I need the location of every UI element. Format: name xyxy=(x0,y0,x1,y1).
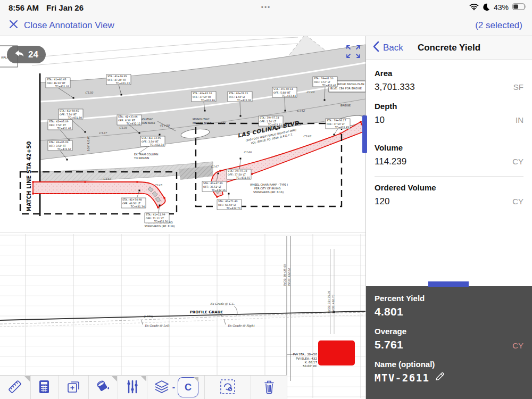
field-depth[interactable]: Depth 10 IN xyxy=(375,95,523,128)
svg-text:OFF.: 66.50' LT: OFF.: 66.50' LT xyxy=(218,204,236,206)
annotation-nav-bar: Close Annotation View (2 selected) xyxy=(0,15,532,36)
field-label: Area xyxy=(375,69,523,78)
svg-text:OFF.: 46.50' RT: OFF.: 46.50' RT xyxy=(47,82,65,85)
ramp-label-2: PER CITY OF IRVING xyxy=(254,187,281,190)
ex-grade-cl-label: Ex Grade @ C.L. xyxy=(210,302,235,305)
svg-text:STA.: 41+33.06: STA.: 41+33.06 xyxy=(118,115,137,118)
field-unit: CY xyxy=(512,197,523,206)
lasso-icon xyxy=(219,378,236,397)
svg-text:STA.: 42+05.09: STA.: 42+05.09 xyxy=(49,141,68,144)
median-label-2: MONOLITHIC xyxy=(193,118,210,121)
percent-yield-value: 4.801 xyxy=(375,305,523,318)
grabber-dots-icon[interactable]: ••• xyxy=(0,4,532,11)
svg-text:STA.: 40+32.21: STA.: 40+32.21 xyxy=(229,92,248,95)
svg-text:TC=432.85: TC=432.85 xyxy=(335,126,349,129)
battery-icon xyxy=(512,3,527,12)
svg-text:OFF.: 71.11' LT: OFF.: 71.11' LT xyxy=(146,217,164,220)
field-volume[interactable]: Volume 114.239 CY xyxy=(375,137,523,170)
svg-text:STA.: 39+41.20: STA.: 39+41.20 xyxy=(314,77,333,80)
pvi-line-2: PVI ELEV.: 432 xyxy=(296,357,317,360)
median-label-2b: MEDIAN NOSE xyxy=(193,121,212,124)
field-list: Area 3,701.333 SF Depth 10 IN Volume 114… xyxy=(366,60,532,210)
svg-text:OFF.: 36.51' LT: OFF.: 36.51' LT xyxy=(203,186,221,188)
back-label: Back xyxy=(383,43,403,53)
profile-grade-label: PROFILE GRADE xyxy=(190,310,223,314)
field-value: 10 xyxy=(375,115,385,126)
selection-count: (2 selected) xyxy=(475,20,532,31)
row-label: 100' R.O.W. xyxy=(87,136,90,151)
bvc-elev-label: BVCE: 432.62 xyxy=(287,268,290,286)
fullscreen-expand-button[interactable] xyxy=(343,44,363,62)
calculator-icon xyxy=(37,379,52,396)
svg-text:OFF.: 7.50' RT: OFF.: 7.50' RT xyxy=(49,124,66,127)
delete-button[interactable] xyxy=(251,376,287,399)
svg-text:TC=432.34: TC=432.34 xyxy=(149,144,164,146)
summary-drag-handle[interactable] xyxy=(428,281,469,287)
drawing-canvas[interactable]: MATCH LINE STA 42+50 WALK xyxy=(0,36,365,399)
svg-text:OFF.: 7.50' RT: OFF.: 7.50' RT xyxy=(60,113,77,116)
edit-pencil-icon[interactable] xyxy=(435,371,445,384)
svg-text:STA.: 39+97.33: STA.: 39+97.33 xyxy=(228,170,247,172)
paint-bucket-icon xyxy=(95,379,111,396)
field-ordered-volume[interactable]: Ordered Volume 120 CY xyxy=(375,176,523,210)
panel-scroll-indicator[interactable] xyxy=(362,115,367,153)
layers-button[interactable]: - C xyxy=(147,376,204,399)
svg-text:STA.: 41+34.98: STA.: 41+34.98 xyxy=(122,198,142,201)
close-icon xyxy=(9,19,19,32)
svg-text:OFF.: 9.57' LT: OFF.: 9.57' LT xyxy=(314,81,330,84)
lasso-select-button[interactable] xyxy=(205,376,251,399)
field-unit: SF xyxy=(513,82,523,92)
svg-text:OFF.: 1.50' LT: OFF.: 1.50' LT xyxy=(229,96,245,98)
battery-percent: 43% xyxy=(494,3,509,12)
svg-text:TC=432.55: TC=432.55 xyxy=(236,177,250,179)
svg-text:STA.: 41+36.95: STA.: 41+36.95 xyxy=(107,75,127,78)
svg-text:OFF.: 8.36' RT: OFF.: 8.36' RT xyxy=(118,119,135,122)
sheet-viewport: MATCH LINE STA 42+50 WALK xyxy=(0,36,365,399)
ex-grade-right-label: Ex Grade @ Right xyxy=(228,324,255,328)
svg-text:TC=431.33: TC=431.33 xyxy=(115,82,130,85)
profile-view: -0.77% PROFILE GRADE Ex Grade @ C.L. Ex … xyxy=(0,232,365,398)
svg-text:STA.: 41+11.99: STA.: 41+11.99 xyxy=(146,213,165,216)
name-value: MTV-2611 xyxy=(375,372,430,384)
pvi-line-4: 50.00' VC xyxy=(303,364,317,368)
svg-text:OFF.: 46.50' LT: OFF.: 46.50' LT xyxy=(122,202,140,205)
screen: 8:56 AM Fri Jan 26 ••• 43% xyxy=(0,0,532,399)
svg-text:OFF.: 3.50' RT: OFF.: 3.50' RT xyxy=(49,145,66,147)
name-label: Name (optional) xyxy=(375,360,523,369)
curve-label: C148 xyxy=(303,135,311,138)
percent-yield-label: Percent Yield xyxy=(375,294,523,303)
add-sheet-button[interactable] xyxy=(59,376,88,399)
svg-text:STA.: 42+05.09: STA.: 42+05.09 xyxy=(49,120,68,123)
svg-text:TC=432.50: TC=432.50 xyxy=(154,220,168,223)
field-value: 114.239 xyxy=(375,156,406,167)
profile-grade-line xyxy=(0,311,365,320)
svg-text:OFF.: 47.24' RT: OFF.: 47.24' RT xyxy=(107,79,126,81)
svg-text:OFF.: 37.50' LT: OFF.: 37.50' LT xyxy=(228,173,246,176)
field-unit: CY xyxy=(512,157,523,166)
svg-text:TC=433.44: TC=433.44 xyxy=(281,95,296,97)
panel-header: Concrete Yield Back xyxy=(366,36,532,60)
svg-text:TC=431.62: TC=431.62 xyxy=(57,127,71,130)
red-box-annotation[interactable] xyxy=(318,340,355,365)
add-page-icon xyxy=(65,379,81,396)
more-options-corner xyxy=(24,376,30,381)
sliders-icon xyxy=(125,379,140,396)
field-area[interactable]: Area 3,701.333 SF xyxy=(375,62,523,95)
copy-style-chip[interactable]: C xyxy=(178,377,198,397)
close-annotation-view-button[interactable]: Close Annotation View xyxy=(0,19,114,32)
more-options-corner xyxy=(194,377,198,382)
curve-label: C146 xyxy=(244,151,252,154)
curve-label: C145 xyxy=(154,184,162,187)
bvc-station-label: BVCS: 39+25.00 xyxy=(283,264,286,286)
ruler-icon xyxy=(7,379,23,396)
undo-history-badge[interactable]: 24 xyxy=(7,46,46,63)
tram-label-1: EX TRAM COLUMN xyxy=(134,153,159,156)
back-button[interactable]: Back xyxy=(366,41,403,55)
measurement-panel: Concrete Yield Back Area 3,701.333 SF De xyxy=(365,36,532,399)
layers-icon xyxy=(154,379,170,396)
bridge-label: BRIDGE xyxy=(340,104,351,107)
match-line-label: MATCH LINE STA 42+50 xyxy=(26,142,32,212)
svg-text:TC=431.80: TC=431.80 xyxy=(68,117,82,119)
calculator-tool-button[interactable] xyxy=(31,376,58,399)
svg-text:TC=432.73: TC=432.73 xyxy=(226,207,240,210)
